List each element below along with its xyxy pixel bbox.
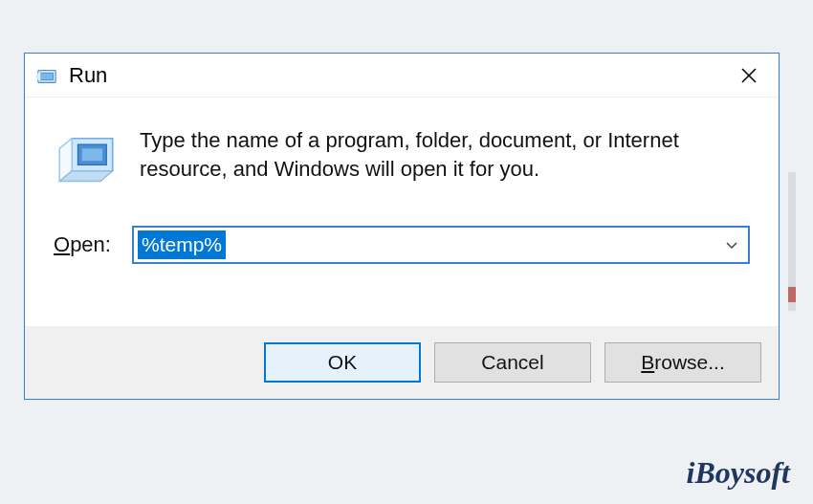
watermark-logo: iBoysoft <box>687 455 790 491</box>
run-dialog: Run Type the name of a program, folder, … <box>24 53 780 400</box>
background-stripe-accent <box>788 287 796 302</box>
button-bar: OK Cancel Browse... <box>25 326 779 399</box>
open-input-row: Open: %temp% <box>54 226 750 264</box>
chevron-down-icon[interactable] <box>715 238 748 252</box>
description-text: Type the name of a program, folder, docu… <box>140 124 750 183</box>
titlebar[interactable]: Run <box>25 54 779 98</box>
description-row: Type the name of a program, folder, docu… <box>54 124 750 191</box>
cancel-button[interactable]: Cancel <box>434 342 591 383</box>
dialog-title: Run <box>69 63 727 88</box>
close-button[interactable] <box>727 54 771 98</box>
open-combobox[interactable]: %temp% <box>132 226 750 264</box>
svg-rect-1 <box>41 73 54 79</box>
dialog-content: Type the name of a program, folder, docu… <box>25 98 779 274</box>
run-titlebar-icon <box>34 63 59 88</box>
svg-rect-5 <box>82 148 102 161</box>
ok-button[interactable]: OK <box>264 342 421 383</box>
run-large-icon <box>54 126 119 191</box>
browse-button[interactable]: Browse... <box>604 342 761 383</box>
open-label: Open: <box>54 232 111 257</box>
